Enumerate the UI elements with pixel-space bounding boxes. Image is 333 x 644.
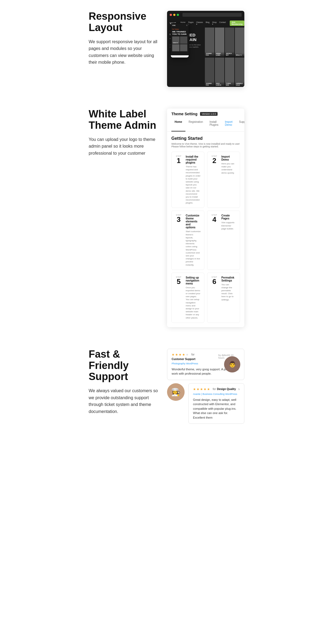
mobile-trainer-label: Our Trainers [172,29,187,30]
r2-star-2: ★ [197,387,199,391]
star-4: ★ [182,353,185,357]
theme-admin-screenshot: Theme Setting Version 1.0.5 Home Registr… [167,109,244,327]
trainer-name-3: JESSICA SKY [226,53,233,56]
support-section: Fast & Friendly Support We always valued… [83,338,250,435]
trainers-grid: JOANNA FOX HENNA LEWIS JESSICA SKY [205,28,244,87]
r2-star-1: ★ [193,387,196,391]
review-2-author: b [238,388,240,391]
review-1-for-label: for [191,353,195,356]
trainer-card-5: JOANNA FOX [205,57,214,87]
step-3-content: Customize theme elements and options Sta… [186,214,201,266]
step-6-number: STEP 6 [211,276,218,285]
mobile-card-1: JOANNA FOX [172,36,179,44]
review-2-text: Great design, easy to adapt, well constr… [193,398,240,420]
step-5-content: Setting up navigation menu Once you impo… [186,276,201,319]
getting-started-desc: Welcome to Vive theme. Vive is now insta… [171,143,240,148]
trainer-name-1: JOANNA FOX [206,53,213,56]
trainer-overlay-2: HENNA LEWIS [215,52,224,57]
mobile-logo: VIVE [172,25,176,26]
responsive-layout-section: Responsive Layout We support responsive … [83,0,250,98]
nav-classes: Classes ▾ [196,21,203,25]
step-4-number: STEP 4 [211,214,218,223]
step-3-num: 3 [175,216,182,223]
step-2-title: Import Demo [221,155,237,161]
step-1-content: Install the required plugins Theme has r… [186,155,201,204]
browser-chrome [167,11,244,19]
mobile-menu-icon: ☰ [186,25,187,26]
trainer-overlay-3: JESSICA SKY [225,52,234,57]
trainer-name-7: TYRON SON [226,83,233,86]
tab-install-plugins[interactable]: Install Plugins [206,119,222,131]
trainer-name-2: HENNA LEWIS [216,53,223,56]
mobile-mockup: VIVE ☰ Our Trainers WE TRAINED YOU TO GA… [170,23,189,58]
step-5-num: 5 [175,278,182,285]
support-title: Fast & Friendly Support [89,349,159,382]
tab-import-demo[interactable]: Import Demo [222,119,236,131]
step-4-content: Create Pages Vive supports Elementor pag… [221,214,237,230]
star-2: ★ [175,353,178,357]
review-2-product-link[interactable]: Avante | Business Consulting WordPress [193,393,240,395]
step-4-title: Create Pages [221,214,237,220]
star-3: ★ [179,353,182,357]
step-1-desc: Theme has required and recommended plugi… [186,165,201,204]
trainer-name-6: ANJA GARCIA [216,83,223,86]
theme-header: Theme Setting Version 1.0.5 Home Registr… [167,109,244,132]
trainer-card-7: TYRON SON [225,57,234,87]
url-bar [182,13,242,17]
nav-join-button[interactable]: Join Membership [230,21,244,26]
trainer-card-3: JESSICA SKY [225,28,234,57]
trainer-card-1: JOANNA FOX [205,28,214,57]
review-1-avatar: 👨 [224,356,240,372]
responsive-title: Responsive Layout [89,11,159,33]
step-3-desc: Start customize theme's layouts, typogra… [186,230,201,266]
white-label-desc: You can upload your logo to theme admin … [89,136,159,157]
review-2-header: ★ ★ ★ ★ ★ for Design Quality b [193,387,240,391]
version-badge: Version 1.0.5 [200,112,218,116]
steps-grid: STEP 1 Install the required plugins Them… [171,152,240,323]
tab-home[interactable]: Home [171,119,185,131]
trainer-overlay-1: JOANNA FOX [205,52,214,57]
step-6-num: 6 [211,278,218,285]
step-6-card: STEP 6 Permalink Settings You can change… [207,273,240,323]
tab-support[interactable]: Support [236,119,244,131]
step-3-title: Customize theme elements and options [186,214,201,229]
step-4-card: STEP 4 Create Pages Vive supports Elemen… [207,211,240,270]
nav-blog: Blog [206,21,209,25]
star-1: ★ [172,353,175,357]
step-1-card: STEP 1 Install the required plugins Them… [171,152,204,208]
step-5-card: STEP 5 Setting up navigation menu Once y… [171,273,204,323]
mobile-trainers-grid: JOANNA FOX [172,36,187,51]
r2-star-3: ★ [200,387,203,391]
theme-setting-panel: Theme Setting Version 1.0.5 Home Registr… [167,109,244,327]
step-1-title: Install the required plugins [186,155,201,164]
step-6-desc: You can change the permalink result. Cli… [221,283,237,301]
review-card-2: ★ ★ ★ ★ ★ for Design Quality b Avante | … [188,383,244,424]
mobile-card-3 [172,44,179,52]
trainer-name-4: MOLLY J [236,54,243,56]
trainer-card-2: HENNA LEWIS [215,28,224,57]
tab-registration[interactable]: Registration [185,119,206,131]
review-2-stars: ★ ★ ★ ★ ★ [193,387,210,391]
step-5-title: Setting up navigation menu [186,276,201,285]
mobile-card-4 [180,44,187,52]
mobile-nav: VIVE ☰ [171,23,189,27]
responsive-screenshot-container: VIVE Home ▾ Pages ▾ Classes ▾ Blog Shop … [167,11,244,87]
step-5-number: STEP 5 [175,276,182,285]
reviews-container: ★ ★ ★ ★ ★ for Customer Support by djdex8… [167,349,244,424]
responsive-desc: We support responsive layout for all pag… [89,38,159,66]
review-1-stars: ★ ★ ★ ★ ★ [172,353,189,357]
review-2-for-label: for [213,388,216,391]
mobile-headline: WE TRAINED YOU TO GAIN [172,30,187,35]
step-1-num: 1 [175,157,182,164]
reviewer-1-avatar-circle: 👨 [224,356,240,372]
white-label-title: White Label Theme Admin [89,109,159,131]
review-2-category: Design Quality [217,388,236,391]
step-2-content: Import Demo Here you can make you unders… [221,155,237,174]
step-1-number: STEP 1 [175,155,182,164]
trainer-name-8: KIMBERLY GOLD [236,83,243,86]
trainer-card-8: KIMBERLY GOLD [235,57,244,87]
trainer-card-4: MOLLY J [235,28,244,57]
trainer-overlay-8: KIMBERLY GOLD [235,82,244,87]
step-5-desc: Once you imported demo or created your o… [186,286,201,319]
theme-title: Theme Setting [171,112,197,116]
